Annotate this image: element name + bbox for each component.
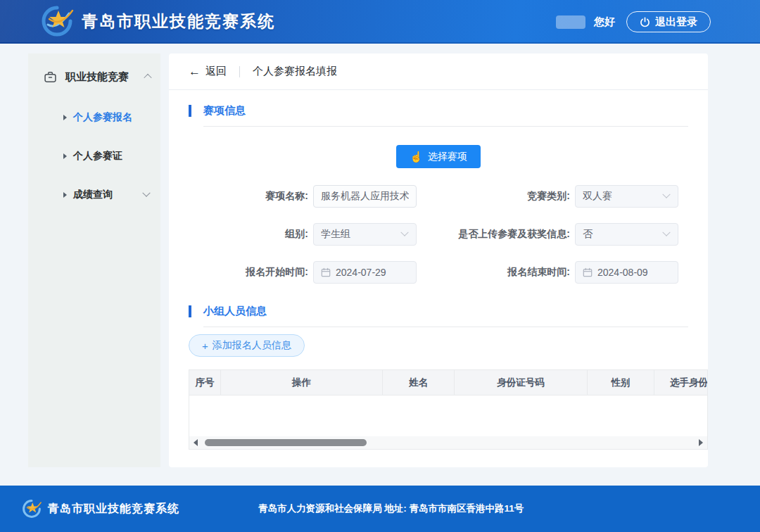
app-header: 青岛市职业技能竞赛系统 您好 退出登录: [0, 0, 760, 44]
event-name-value: 服务机器人应用技术: [321, 190, 409, 203]
add-member-label: 添加报名人员信息: [213, 339, 291, 352]
sidebar: 职业技能竞赛 个人参赛报名 个人参赛证 成绩查询: [28, 53, 160, 467]
power-icon: [640, 17, 650, 27]
footer-title: 青岛市职业技能竞赛系统: [48, 502, 179, 517]
field-label-competition-type: 竞赛类别:: [420, 190, 571, 203]
footer-logo-icon: [21, 498, 42, 519]
scroll-left-icon[interactable]: [194, 439, 198, 446]
back-label: 返回: [205, 65, 227, 78]
section-bar: [189, 105, 191, 117]
brand: 青岛市职业技能竞赛系统: [39, 4, 275, 39]
col-actions: 操作: [221, 370, 383, 395]
field-label-end-date: 报名结束时间:: [420, 266, 571, 279]
scrollbar-thumb[interactable]: [205, 439, 367, 446]
app-title: 青岛市职业技能竞赛系统: [82, 11, 275, 32]
pointing-hand-icon: ☝: [410, 151, 423, 162]
section-group-members: 小组人员信息: [189, 305, 688, 327]
upload-award-value: 否: [583, 228, 664, 241]
section-event-info: 赛项信息: [189, 104, 688, 127]
competition-type-select[interactable]: 双人赛: [575, 185, 678, 208]
logout-button[interactable]: 退出登录: [626, 11, 711, 32]
chevron-down-icon: [142, 189, 150, 197]
field-label-event-name: 赛项名称:: [189, 190, 310, 203]
col-gender: 性别: [588, 370, 654, 395]
sidebar-item-label: 成绩查询: [73, 189, 113, 201]
app-logo-icon: [39, 4, 75, 39]
chevron-down-icon: [662, 191, 670, 198]
add-member-button[interactable]: + 添加报名人员信息: [189, 334, 305, 357]
caret-right-icon: [63, 192, 67, 198]
col-name: 姓名: [383, 370, 455, 395]
section-title: 赛项信息: [203, 104, 246, 116]
calendar-icon: [321, 267, 331, 277]
event-info-form: 赛项名称: 服务机器人应用技术 竞赛类别: 双人赛 组别: 学生组 是否上传参赛…: [189, 185, 688, 284]
members-table: 序号 操作 姓名 身份证号码 性别 选手身份: [189, 369, 708, 450]
sidebar-item-score-query[interactable]: 成绩查询: [28, 186, 160, 203]
sidebar-item-label: 个人参赛报名: [73, 111, 132, 124]
chevron-down-icon: [400, 229, 408, 236]
horizontal-scrollbar[interactable]: [189, 436, 707, 449]
event-name-input[interactable]: 服务机器人应用技术: [313, 185, 417, 208]
upload-award-select[interactable]: 否: [575, 223, 678, 246]
col-id-number: 身份证号码: [455, 370, 588, 395]
section-bar: [189, 305, 191, 317]
greeting-text: 您好: [594, 15, 615, 29]
logout-label: 退出登录: [655, 15, 697, 29]
page-title: 个人参赛报名填报: [253, 65, 337, 78]
members-table-header: 序号 操作 姓名 身份证号码 性别 选手身份: [189, 370, 707, 395]
sidebar-group-label: 职业技能竞赛: [65, 70, 145, 84]
sidebar-item-personal-registration[interactable]: 个人参赛报名: [28, 109, 160, 126]
sidebar-group-skills-competition[interactable]: 职业技能竞赛: [28, 66, 160, 87]
end-date-picker[interactable]: 2024-08-09: [575, 261, 678, 284]
caret-right-icon: [63, 153, 67, 159]
app-footer: 青岛市职业技能竞赛系统 青岛市人力资源和社会保障局 地址: 青岛市市南区香港中路…: [0, 486, 760, 532]
start-date-picker[interactable]: 2024-07-29: [313, 261, 417, 284]
footer-contact-info: 青岛市人力资源和社会保障局 地址: 青岛市市南区香港中路11号: [258, 502, 524, 515]
chevron-down-icon: [662, 229, 670, 236]
plus-icon: +: [202, 340, 208, 352]
members-table-empty-body: [189, 395, 707, 436]
start-date-value: 2024-07-29: [336, 267, 409, 278]
briefcase-icon: [44, 70, 57, 84]
section-title: 小组人员信息: [203, 305, 267, 317]
calendar-icon: [583, 267, 593, 277]
field-label-start-date: 报名开始时间:: [189, 266, 310, 279]
divider: [239, 66, 240, 77]
user-name-redacted: [556, 15, 585, 29]
col-player-identity: 选手身份: [654, 370, 707, 395]
back-arrow-icon: ←: [189, 65, 201, 79]
end-date-value: 2024-08-09: [597, 267, 671, 278]
group-select[interactable]: 学生组: [313, 223, 417, 246]
sidebar-item-label: 个人参赛证: [73, 150, 122, 163]
competition-type-value: 双人赛: [583, 190, 664, 203]
field-label-upload-award: 是否上传参赛及获奖信息:: [420, 228, 571, 241]
back-button[interactable]: ← 返回: [189, 65, 227, 79]
group-value: 学生组: [321, 228, 402, 241]
main-content: ← 返回 个人参赛报名填报 赛项信息 ☝ 选择赛项 赛项名称: 服务机器人应用技…: [169, 53, 708, 467]
content-toolbar: ← 返回 个人参赛报名填报: [169, 53, 708, 90]
col-index: 序号: [189, 370, 221, 395]
caret-right-icon: [63, 115, 67, 120]
select-event-label: 选择赛项: [428, 151, 467, 163]
select-event-button[interactable]: ☝ 选择赛项: [396, 145, 481, 168]
sidebar-item-personal-pass[interactable]: 个人参赛证: [28, 148, 160, 165]
scroll-right-icon[interactable]: [699, 439, 703, 446]
field-label-group: 组别:: [189, 228, 310, 241]
chevron-up-icon: [144, 74, 151, 82]
